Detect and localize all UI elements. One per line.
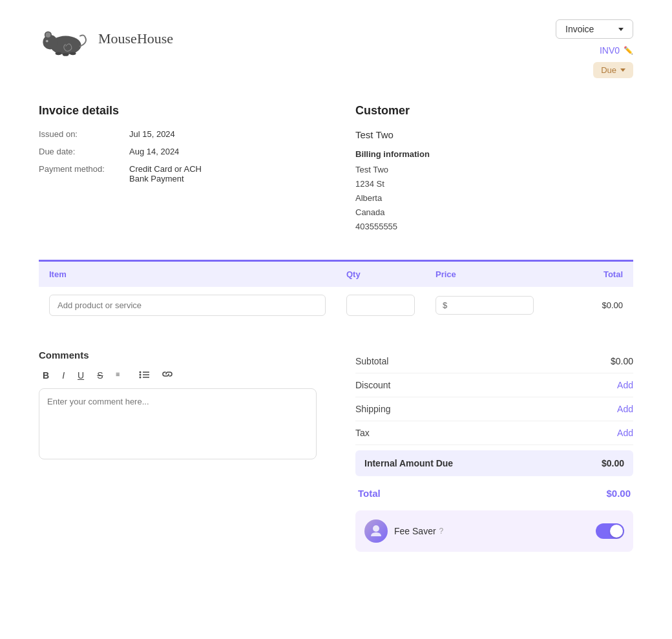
header: MouseHouse Invoice INV0 ✏️ Due <box>39 19 633 78</box>
svg-point-16 <box>373 525 379 532</box>
svg-point-12 <box>140 377 142 379</box>
invoice-type-dropdown[interactable]: Invoice <box>556 19 633 39</box>
underline-button[interactable]: U <box>74 367 88 383</box>
chevron-down-icon <box>620 68 625 72</box>
issued-on-row: Issued on: Jul 15, 2024 <box>39 129 317 139</box>
fee-saver-avatar <box>364 519 388 543</box>
billing-address: Test Two 1234 St Alberta Canada 40355555… <box>355 163 633 234</box>
discount-label: Discount <box>355 380 390 390</box>
qty-input[interactable] <box>346 295 415 316</box>
invoice-details: Invoice details Issued on: Jul 15, 2024 … <box>39 104 317 234</box>
row-total: $0.00 <box>602 300 623 310</box>
link-button[interactable] <box>158 367 176 383</box>
billing-info-title: Billing information <box>355 149 633 159</box>
shipping-label: Shipping <box>355 404 391 414</box>
bottom-section: Comments B I U S ≡ <box>39 350 633 552</box>
price-symbol: $ <box>443 300 447 310</box>
logo-area: MouseHouse <box>39 19 173 58</box>
due-date-row: Due date: Aug 14, 2024 <box>39 147 317 156</box>
svg-point-11 <box>140 374 142 376</box>
summary-section: Subtotal $0.00 Discount Add Shipping Add… <box>355 350 633 552</box>
col-item: Item <box>39 261 336 288</box>
status-badge[interactable]: Due <box>593 62 633 78</box>
discount-row: Discount Add <box>355 373 633 397</box>
items-table: Item Qty Price Total $ <box>39 260 633 324</box>
subtotal-value: $0.00 <box>611 356 633 366</box>
strikethrough-button[interactable]: S <box>93 367 107 383</box>
svg-point-3 <box>45 32 50 37</box>
details-section: Invoice details Issued on: Jul 15, 2024 … <box>39 104 633 234</box>
bold-button[interactable]: B <box>39 367 53 383</box>
table-row: $ $0.00 <box>39 287 633 324</box>
customer-name: Test Two <box>355 129 633 140</box>
price-input[interactable] <box>450 300 527 310</box>
fee-saver-toggle[interactable] <box>596 523 624 539</box>
total-label: Total <box>358 488 381 499</box>
price-input-wrap: $ <box>436 296 534 315</box>
tax-label: Tax <box>355 428 370 438</box>
company-name: MouseHouse <box>98 30 173 47</box>
due-date-label: Due date: <box>39 147 129 156</box>
tax-add-button[interactable]: Add <box>617 428 633 438</box>
invoice-type-label: Invoice <box>565 24 594 34</box>
payment-method-label: Payment method: <box>39 164 129 174</box>
comments-section: Comments B I U S ≡ <box>39 350 317 461</box>
internal-amount-row: Internal Amount Due $0.00 <box>355 450 633 476</box>
customer-title: Customer <box>355 104 633 118</box>
unordered-list-icon <box>139 370 149 379</box>
subtotal-label: Subtotal <box>355 356 388 366</box>
discount-add-button[interactable]: Add <box>617 380 633 390</box>
col-price: Price <box>425 261 544 288</box>
fee-saver-row: Fee Saver ? <box>355 510 633 552</box>
col-total: Total <box>544 261 633 288</box>
issued-on-value: Jul 15, 2024 <box>129 129 175 139</box>
invoice-details-title: Invoice details <box>39 104 317 118</box>
ordered-list-icon: ≡ <box>116 370 126 379</box>
fee-saver-icon <box>368 523 384 539</box>
shipping-row: Shipping Add <box>355 397 633 421</box>
internal-amount-value: $0.00 <box>602 458 624 468</box>
comment-textarea[interactable] <box>39 388 317 459</box>
issued-on-label: Issued on: <box>39 129 129 139</box>
svg-text:≡: ≡ <box>116 370 120 378</box>
total-row: Total $0.00 <box>355 481 633 505</box>
shipping-add-button[interactable]: Add <box>617 404 633 414</box>
italic-button[interactable]: I <box>58 367 68 383</box>
toggle-knob <box>610 525 623 538</box>
svg-point-10 <box>140 372 142 373</box>
invoice-id: INV0 ✏️ <box>600 45 633 56</box>
svg-point-8 <box>70 52 76 55</box>
tax-row: Tax Add <box>355 421 633 445</box>
payment-method-row: Payment method: Credit Card or ACH Bank … <box>39 164 317 183</box>
due-date-value: Aug 14, 2024 <box>129 147 179 156</box>
subtotal-row: Subtotal $0.00 <box>355 350 633 373</box>
logo-image <box>39 19 90 58</box>
total-value: $0.00 <box>606 488 631 499</box>
table-header-row: Item Qty Price Total <box>39 261 633 288</box>
ordered-list-button[interactable]: ≡ <box>112 367 130 383</box>
fee-saver-label: Fee Saver ? <box>394 526 589 536</box>
unordered-list-button[interactable] <box>135 367 153 383</box>
text-toolbar: B I U S ≡ <box>39 367 317 383</box>
payment-method-value: Credit Card or ACH Bank Payment <box>129 164 202 183</box>
svg-point-5 <box>47 41 48 42</box>
link-icon <box>162 370 173 379</box>
col-qty: Qty <box>336 261 425 288</box>
comments-title: Comments <box>39 350 317 361</box>
internal-amount-label: Internal Amount Due <box>364 458 453 468</box>
edit-icon[interactable]: ✏️ <box>624 46 633 55</box>
chevron-down-icon <box>618 28 624 31</box>
item-input[interactable] <box>49 295 326 316</box>
svg-point-7 <box>63 53 69 56</box>
help-icon[interactable]: ? <box>439 527 444 536</box>
header-right: Invoice INV0 ✏️ Due <box>556 19 633 78</box>
customer-section: Customer Test Two Billing information Te… <box>355 104 633 234</box>
svg-point-6 <box>56 52 62 55</box>
